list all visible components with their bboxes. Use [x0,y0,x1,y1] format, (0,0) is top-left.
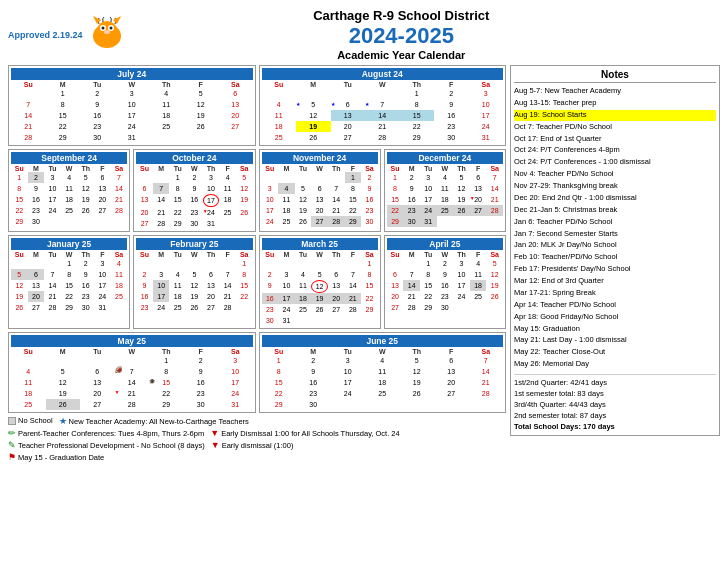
legend-area: No School ★ New Teacher Academy: All New… [8,416,506,462]
school-name: Carthage R-9 School District [131,8,672,23]
note-2: Aug 13-15: Teacher prep [514,98,716,109]
legend-early-dismiss2-label: Early dismissal (1:00) [222,441,294,450]
legend-early-dismiss: ▼ Early Dismissal 1:00 for All Schools T… [210,428,399,438]
note-9: Nov 27-29: Thanksgiving break [514,181,716,192]
academic-cal-label: Academic Year Calendar [131,49,672,61]
calendar-february25: February 25 SuMTuWThFSa 1 2 3 4 5 [133,235,255,329]
notes-area: Notes Aug 5-7: New Teacher Academy Aug 1… [510,65,720,462]
calendar-january25: January 25 SuMTuWThFSa 1 2 3 4 5 6 7 8 [8,235,130,329]
calendar-august24: August 24 SuMTuWThFSa 1 2 3 4 ★5 ★6 ★7 [259,65,507,146]
note-19: Apr 14: Teacher PD/No School [514,300,716,311]
note-6: Oct 24: P/T Conferences 4-8pm [514,145,716,156]
note-1: Aug 5-7: New Teacher Academy [514,86,716,97]
pencil-icon: ✏ [8,428,16,438]
calendar-april25: April 25 SuMTuWThFSa 1 2 3 4 5 6 7 8 9 [384,235,506,329]
note-16: Feb 17: Presidents' Day/No School [514,264,716,275]
calendar-may25: May 25 SuMTuWThFSa 1 2 3 4 5 6 🏈7 [8,332,256,413]
svg-marker-8 [113,16,121,24]
note-18: Mar 17-21: Spring Break [514,288,716,299]
cal-title-may25: May 25 [11,335,253,347]
legend-teacher-pd-label: Teacher Professional Development - No Sc… [18,441,205,450]
stat-1: 1st/2nd Quarter: 42/41 days [514,378,716,389]
legend-graduation: ⚑ May 15 - Graduation Date [8,452,104,462]
cal-title-sep24: September 24 [11,152,127,164]
pd-icon: ✎ [8,440,16,450]
legend-new-teacher-label: New Teacher Academy: All New-to-Carthage… [69,417,249,426]
cal-title-dec24: December 24 [387,152,503,164]
calendar-november24: November 24 SuMTuWThFSa 1 2 3 4 5 6 [259,149,381,232]
note-21: May 15: Graduation [514,324,716,335]
legend-teacher-pd: ✎ Teacher Professional Development - No … [8,440,205,450]
note-10: Dec 20: End 2nd Qtr - 1:00 dismissal [514,193,716,204]
legend-early-dismiss-label: Early Dismissal 1:00 for All Schools Thu… [221,429,400,438]
note-22: May 21: Last Day - 1:00 dismissal [514,335,716,346]
legend-ptconference-label: Parent-Teacher Conferences: Tues 4-8pm, … [18,429,204,438]
note-20: Apr 18: Good Friday/No School [514,312,716,323]
star-icon: ★ [59,416,67,426]
note-8: Nov 4: Teacher PD/No School [514,169,716,180]
stat-2: 1st semester total: 83 days [514,389,716,400]
cal-title-jan25: January 25 [11,238,127,250]
notes-title: Notes [514,69,716,83]
school-title: Carthage R-9 School District 2024-2025 A… [131,8,672,61]
calendar-october24: October 24 SuMTuWThFSa 1 2 3 4 5 6 7 8 9 [133,149,255,232]
note-7: Oct 24: P/T Conferences - 1:00 dismissal [514,157,716,168]
cal-title-july24: July 24 [11,68,253,80]
cal-title-jun25: June 25 [262,335,504,347]
cal-title-oct24: October 24 [136,152,252,164]
note-23: May 22: Teacher Close-Out [514,347,716,358]
note-12: Jan 6: Teacher PD/No School [514,217,716,228]
dismiss-icon: ▼ [210,428,219,438]
calendar-june25: June 25 SuMTuWThFSa 1 2 3 4 5 6 7 8 9 10… [259,332,507,413]
notes-stats: 1st/2nd Quarter: 42/41 days 1st semester… [514,378,716,432]
note-15: Feb 10: Teacher/PD/No School [514,252,716,263]
cal-title-mar25: March 25 [262,238,378,250]
svg-point-4 [101,26,104,29]
note-3: Aug 19: School Starts [514,110,716,121]
legend-graduation-label: May 15 - Graduation Date [18,453,104,462]
legend-no-school: No School [8,416,53,425]
stat-3: 3rd/4th Quarter: 44/43 days [514,400,716,411]
calendar-september24: September 24 SuMTuWThFSa 1 2 3 4 5 6 7 8… [8,149,130,232]
notes-list: Aug 5-7: New Teacher Academy Aug 13-15: … [514,86,716,370]
calendar-december24: December 24 SuMTuWThFSa 1 2 3 4 5 6 7 8 … [384,149,506,232]
tiger-logo [83,10,131,60]
dismiss2-icon: ▼ [211,440,220,450]
note-14: Jan 20: MLK Jr Day/No School [514,240,716,251]
cal-title-august24: August 24 [262,68,504,80]
note-13: Jan 7: Second Semester Starts [514,229,716,240]
note-4: Oct 7: Teacher PD/No School [514,122,716,133]
flag-icon: ⚑ [8,452,16,462]
stat-4: 2nd semester total: 87 days [514,411,716,422]
note-24: May 26: Memorial Day [514,359,716,370]
svg-marker-7 [93,16,101,24]
cal-title-nov24: November 24 [262,152,378,164]
note-5: Oct 17: End of 1st Quarter [514,134,716,145]
svg-point-5 [109,26,112,29]
calendar-march25: March 25 SuMTuWThFSa 1 2 3 4 5 [259,235,381,329]
school-year: 2024-2025 [131,23,672,49]
svg-point-6 [104,30,110,34]
legend-early-dismiss2: ▼ Early dismissal (1:00) [211,440,294,450]
approved-label: Approved 2.19.24 [8,30,83,40]
legend-no-school-label: No School [18,416,53,425]
note-11: Dec 21-Jan 5: Christmas break [514,205,716,216]
legend-ptconference: ✏ Parent-Teacher Conferences: Tues 4-8pm… [8,428,204,438]
cal-title-feb25: February 25 [136,238,252,250]
cal-title-apr25: April 25 [387,238,503,250]
legend-new-teacher: ★ New Teacher Academy: All New-to-Cartha… [59,416,249,426]
stat-5: Total School Days: 170 days [514,422,716,433]
note-17: Mar 12: End of 3rd Quarter [514,276,716,287]
calendar-july24: July 24 SuMTuWThFSa 1 2 3 4 5 6 7 8 9 10 [8,65,256,146]
